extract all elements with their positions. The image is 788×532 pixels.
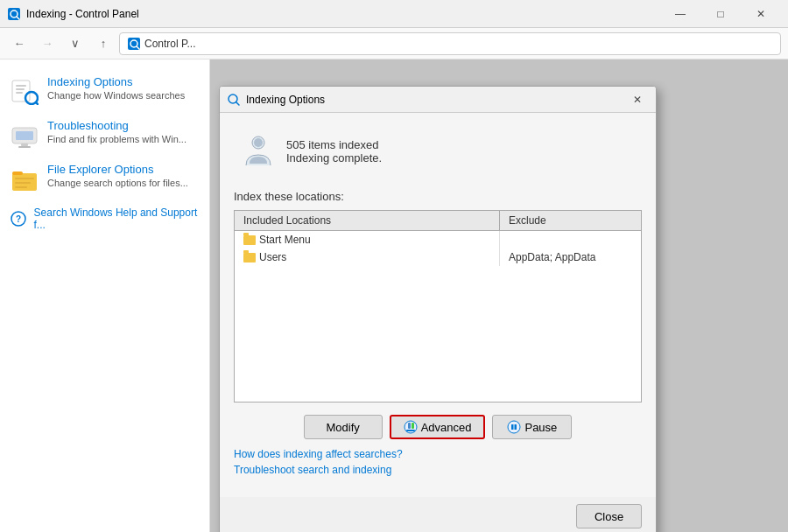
svg-rect-14 — [21, 144, 28, 146]
pause-button[interactable]: Pause — [492, 415, 572, 439]
svg-rect-9 — [16, 85, 26, 87]
advanced-label: Advanced — [421, 421, 472, 434]
nav-bar: ← → ∨ ↑ Control P... — [0, 28, 788, 60]
troubleshooting-icon — [11, 121, 39, 149]
svg-rect-13 — [16, 131, 33, 140]
svg-rect-29 — [412, 423, 414, 429]
file-explorer-title[interactable]: File Explorer Options — [47, 163, 199, 176]
troubleshooting-title[interactable]: Troubleshooting — [47, 119, 199, 132]
svg-rect-33 — [515, 424, 517, 430]
status-count: 505 items indexed — [286, 138, 382, 151]
back-button[interactable]: ← — [7, 32, 32, 56]
minimize-button[interactable]: — — [660, 0, 700, 28]
svg-rect-17 — [12, 172, 23, 175]
svg-rect-32 — [511, 424, 514, 430]
file-explorer-desc: Change search options for files... — [47, 178, 188, 188]
locations-table-wrapper[interactable]: Included Locations Exclude Start Menu — [234, 210, 642, 402]
svg-rect-28 — [408, 423, 411, 429]
location-name-1: Start Menu — [259, 234, 311, 246]
pause-label: Pause — [524, 421, 557, 434]
address-bar[interactable]: Control P... — [119, 32, 781, 55]
indexing-icon — [11, 77, 39, 105]
window-title: Indexing - Control Panel — [26, 8, 660, 20]
folder-icon — [243, 253, 256, 262]
status-icon — [241, 134, 276, 169]
help-link-text: Search Windows Help and Support f... — [34, 206, 199, 231]
sidebar-item-file-explorer[interactable]: File Explorer Options Change search opti… — [0, 156, 209, 200]
modal-title-bar: Indexing Options ✕ — [220, 87, 656, 113]
status-info: 505 items indexed Indexing complete. — [286, 138, 382, 164]
help-icon: ? — [11, 210, 27, 228]
exclude-cell-2: AppData; AppData — [500, 248, 641, 266]
sidebar-item-indexing[interactable]: Indexing Options Change how Windows sear… — [0, 68, 209, 112]
exclude-header: Exclude — [500, 211, 641, 230]
forward-button[interactable]: → — [35, 32, 60, 56]
sidebar-help-link[interactable]: ? Search Windows Help and Support f... — [0, 200, 209, 238]
included-header: Included Locations — [235, 211, 500, 230]
svg-rect-11 — [16, 92, 23, 94]
table-row[interactable]: Start Menu — [235, 231, 641, 248]
section-label: Index these locations: — [234, 190, 642, 203]
main-area: Indexing Options Change how Windows sear… — [0, 60, 788, 532]
folder-icon — [243, 235, 256, 245]
svg-point-26 — [254, 138, 263, 147]
modify-button[interactable]: Modify — [304, 415, 383, 439]
modal-icon — [227, 93, 241, 107]
troubleshoot-link[interactable]: Troubleshoot search and indexing — [234, 464, 642, 476]
indexing-text: Indexing Options Change how Windows sear… — [47, 75, 199, 102]
app-icon — [7, 7, 21, 21]
file-explorer-text: File Explorer Options Change search opti… — [47, 163, 199, 189]
indexing-options-dialog: Indexing Options ✕ — [219, 86, 657, 532]
svg-rect-19 — [15, 182, 31, 184]
exclude-value-2: AppData; AppData — [509, 251, 595, 263]
modal-close-button[interactable]: ✕ — [626, 88, 649, 111]
modal-overlay: Indexing Options ✕ — [210, 60, 788, 532]
content-area: Indexing Options ✕ — [210, 60, 788, 532]
modal-close-bottom: Close — [220, 497, 656, 532]
location-cell-1: Start Menu — [235, 231, 500, 248]
indexing-help-link[interactable]: How does indexing affect searches? — [234, 448, 642, 460]
modal-body: 505 items indexed Indexing complete. Ind… — [220, 113, 656, 497]
table-body: Start Menu Users — [235, 231, 641, 266]
status-desc: Indexing complete. — [286, 151, 382, 164]
svg-line-8 — [36, 102, 39, 105]
table-row[interactable]: Users AppData; AppData — [235, 248, 641, 266]
svg-rect-15 — [18, 146, 31, 148]
indexing-desc: Change how Windows searches — [47, 90, 185, 101]
location-cell-2: Users — [235, 248, 500, 266]
troubleshooting-desc: Find and fix problems with Win... — [47, 134, 186, 144]
maximize-button[interactable]: □ — [700, 0, 741, 28]
window-controls: — □ ✕ — [660, 0, 781, 28]
exclude-cell-1 — [500, 231, 641, 248]
address-path: Control P... — [144, 38, 195, 50]
recent-button[interactable]: ∨ — [63, 32, 88, 56]
svg-line-24 — [236, 102, 240, 105]
modal-links: How does indexing affect searches? Troub… — [234, 448, 642, 483]
svg-rect-10 — [16, 88, 25, 90]
up-button[interactable]: ↑ — [91, 32, 116, 56]
svg-rect-18 — [15, 178, 34, 179]
svg-rect-30 — [406, 430, 415, 431]
modal-footer: Modify Advanced — [234, 415, 642, 439]
sidebar: Indexing Options Change how Windows sear… — [0, 60, 210, 532]
svg-point-31 — [508, 421, 520, 433]
title-bar: Indexing - Control Panel — □ ✕ — [0, 0, 788, 28]
close-dialog-button[interactable]: Close — [576, 504, 642, 528]
file-explorer-icon — [11, 164, 39, 192]
svg-rect-6 — [12, 80, 30, 102]
close-button[interactable]: ✕ — [741, 0, 781, 28]
svg-text:?: ? — [16, 214, 21, 224]
advanced-button[interactable]: Advanced — [390, 415, 486, 439]
table-header: Included Locations Exclude — [235, 211, 641, 231]
status-area: 505 items indexed Indexing complete. — [234, 127, 642, 176]
indexing-title[interactable]: Indexing Options — [47, 75, 199, 88]
svg-rect-20 — [15, 186, 27, 188]
modal-title: Indexing Options — [246, 94, 626, 106]
sidebar-item-troubleshooting[interactable]: Troubleshooting Find and fix problems wi… — [0, 112, 209, 156]
troubleshooting-text: Troubleshooting Find and fix problems wi… — [47, 119, 199, 145]
location-name-2: Users — [259, 251, 286, 263]
